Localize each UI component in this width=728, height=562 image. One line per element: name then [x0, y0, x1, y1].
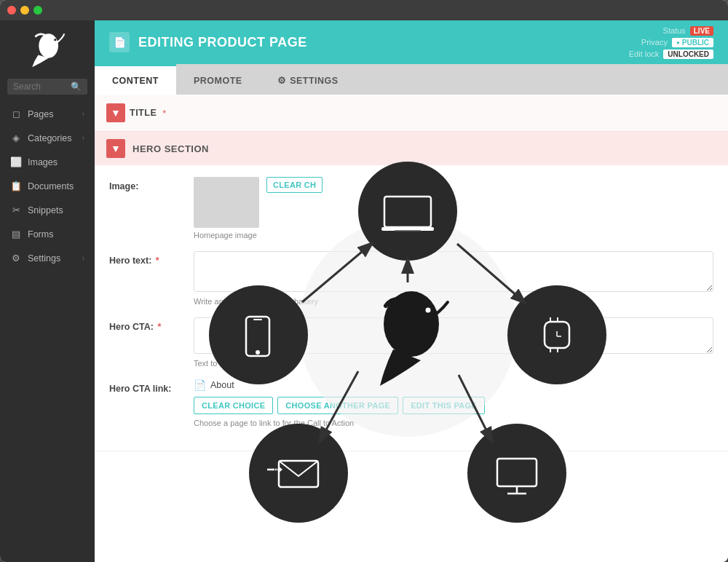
- hero-section-title: HERO SECTION: [132, 143, 209, 154]
- documents-icon: 📋: [10, 181, 22, 191]
- hero-cta-required: *: [157, 322, 161, 332]
- minimize-button[interactable]: [20, 6, 29, 15]
- sidebar-item-documents-label: Documents: [28, 181, 84, 191]
- clear-image-button[interactable]: CLEAR CH: [266, 177, 323, 193]
- tab-settings[interactable]: ⚙ SETTINGS: [260, 64, 356, 95]
- tab-content[interactable]: CONTENT: [95, 64, 176, 95]
- sidebar-item-categories-label: Categories: [28, 133, 76, 143]
- hero-text-input[interactable]: [194, 251, 713, 292]
- search-input[interactable]: [13, 82, 66, 92]
- status-label: Status: [663, 26, 686, 35]
- hero-cta-form-row: Hero CTA: * Text to display on: [109, 317, 713, 368]
- pages-icon: ◻: [10, 108, 22, 119]
- tab-content-label: CONTENT: [112, 76, 159, 86]
- tab-settings-label: SETTINGS: [290, 76, 339, 86]
- sidebar-item-documents[interactable]: 📋 Documents: [0, 174, 95, 198]
- status-badge: LIVE: [690, 26, 713, 36]
- settings-icon: ⚙: [10, 253, 22, 264]
- hero-cta-link-form-row: Hero CTA link: 📄 About CLEAR CHOICE CHO: [109, 379, 713, 427]
- svg-marker-27: [278, 466, 282, 473]
- sidebar: 🔍 ◻ Pages › ◈ Categories › ⬜ Images: [0, 20, 95, 562]
- edit-this-page-button[interactable]: EDIT THIS PAGE: [403, 397, 485, 414]
- sidebar-item-settings[interactable]: ⚙ Settings ›: [0, 246, 95, 270]
- page-type-icon: 📄: [109, 32, 130, 52]
- maximize-button[interactable]: [33, 6, 42, 15]
- image-hint: Homepage image: [194, 231, 259, 240]
- privacy-badge: PUBLIC: [672, 38, 713, 47]
- page-reference: 📄 About: [194, 379, 234, 391]
- chevron-right-icon: ›: [82, 134, 84, 142]
- title-toggle[interactable]: ▼: [106, 103, 125, 122]
- hero-text-required: *: [156, 256, 159, 266]
- tab-promote[interactable]: PROMOTE: [176, 64, 260, 95]
- hero-cta-link-label: Hero CTA link:: [109, 379, 182, 394]
- image-form-row: Image: Homepage image CLEAR CH: [109, 177, 713, 240]
- settings-tab-icon: ⚙: [277, 75, 287, 86]
- sidebar-logo: [0, 20, 95, 79]
- hero-text-content: Write an introduction for the bakery: [194, 251, 713, 306]
- hero-cta-content: Text to display on: [194, 317, 713, 368]
- edit-lock-label: Edit lock: [629, 50, 660, 58]
- hero-text-hint: Write an introduction for the bakery: [194, 297, 713, 306]
- title-required-marker: *: [162, 108, 166, 119]
- hero-text-label: Hero text: *: [109, 251, 182, 266]
- hero-toggle[interactable]: ▼: [106, 139, 125, 158]
- categories-icon: ◈: [10, 132, 22, 143]
- chevron-right-icon: ›: [82, 110, 84, 118]
- hero-form-section: Image: Homepage image CLEAR CH: [95, 165, 728, 451]
- hero-text-form-row: Hero text: * Write an introduction for t…: [109, 251, 713, 306]
- close-button[interactable]: [7, 6, 16, 15]
- page-title: EDITING PRODUCT PAGE: [138, 35, 629, 50]
- topbar-meta: Status LIVE Privacy PUBLIC Edit lock UNL…: [629, 26, 713, 59]
- content-area: ▼ TITLE * ▼ HERO SECTION Image:: [95, 95, 728, 562]
- page-ref-name: About: [210, 380, 234, 390]
- svg-point-2: [54, 39, 56, 41]
- sidebar-nav: ◻ Pages › ◈ Categories › ⬜ Images 📋 Docu…: [0, 102, 95, 562]
- sidebar-item-settings-label: Settings: [28, 253, 76, 264]
- title-section: ▼ TITLE *: [95, 95, 728, 132]
- sidebar-item-pages-label: Pages: [28, 109, 76, 119]
- hero-cta-link-content: 📄 About CLEAR CHOICE CHOOSE ANOTHER PAGE…: [194, 379, 713, 427]
- svg-rect-29: [497, 459, 537, 486]
- app-window: 🔍 ◻ Pages › ◈ Categories › ⬜ Images: [0, 0, 728, 562]
- main-panel: 📄 EDITING PRODUCT PAGE Status LIVE Priva…: [95, 20, 728, 562]
- sidebar-item-snippets[interactable]: ✂ Snippets: [0, 198, 95, 222]
- tabs-bar: CONTENT PROMOTE ⚙ SETTINGS: [95, 64, 728, 95]
- sidebar-item-images-label: Images: [28, 157, 84, 167]
- sidebar-item-images[interactable]: ⬜ Images: [0, 150, 95, 174]
- forms-icon: ▤: [10, 229, 22, 240]
- titlebar: [0, 0, 728, 20]
- snippets-icon: ✂: [10, 205, 22, 215]
- hero-section-header: ▼ HERO SECTION: [95, 132, 728, 165]
- clear-choice-button[interactable]: CLEAR CHOICE: [194, 397, 273, 414]
- image-label: Image:: [109, 177, 182, 191]
- title-field-label: TITLE: [130, 108, 157, 118]
- topbar: 📄 EDITING PRODUCT PAGE Status LIVE Priva…: [95, 20, 728, 64]
- choose-another-page-button[interactable]: CHOOSE ANOTHER PAGE: [277, 397, 398, 414]
- svg-rect-24: [279, 461, 318, 487]
- search-icon: 🔍: [71, 82, 82, 92]
- sidebar-item-categories[interactable]: ◈ Categories ›: [0, 126, 95, 150]
- wagtail-logo-icon: [29, 28, 66, 71]
- image-content: Homepage image CLEAR CH: [194, 177, 713, 240]
- edit-lock-badge: UNLOCKED: [663, 50, 713, 59]
- cta-link-buttons: CLEAR CHOICE CHOOSE ANOTHER PAGE EDIT TH…: [194, 397, 713, 414]
- chevron-right-icon: ›: [82, 254, 84, 262]
- tab-promote-label: PROMOTE: [194, 76, 242, 86]
- hero-cta-input[interactable]: [194, 317, 713, 354]
- sidebar-item-forms-label: Forms: [28, 229, 84, 240]
- sidebar-item-forms[interactable]: ▤ Forms: [0, 222, 95, 246]
- cta-link-hint: Choose a page to link to for the Call to…: [194, 419, 713, 427]
- page-ref-icon: 📄: [194, 379, 206, 391]
- hero-cta-hint: Text to display on: [194, 359, 713, 368]
- image-preview: [194, 177, 259, 228]
- sidebar-item-snippets-label: Snippets: [28, 205, 84, 215]
- privacy-label: Privacy: [641, 38, 668, 47]
- search-container: 🔍: [0, 79, 95, 102]
- images-icon: ⬜: [10, 157, 22, 167]
- sidebar-item-pages[interactable]: ◻ Pages ›: [0, 102, 95, 126]
- hero-cta-label: Hero CTA: *: [109, 317, 182, 332]
